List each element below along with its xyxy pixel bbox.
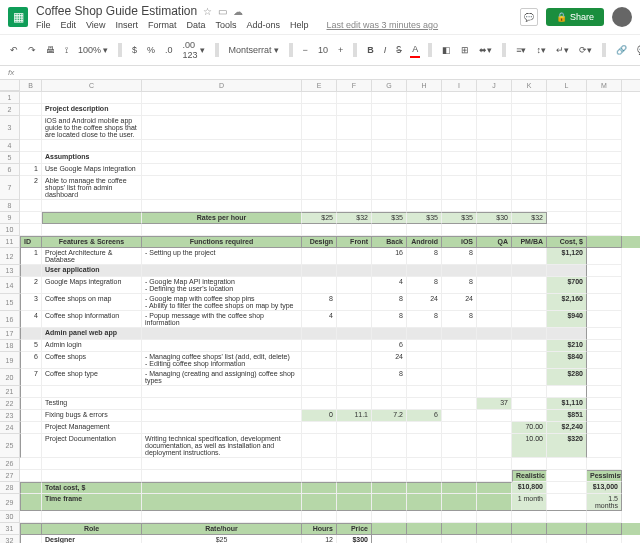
cell[interactable] — [42, 224, 142, 236]
menu-edit[interactable]: Edit — [61, 20, 77, 30]
cell[interactable] — [20, 140, 42, 152]
cell[interactable] — [302, 248, 337, 265]
cell[interactable] — [142, 116, 302, 140]
cell[interactable] — [547, 224, 587, 236]
cell[interactable] — [142, 470, 302, 482]
cell[interactable] — [547, 494, 587, 511]
cell[interactable] — [337, 494, 372, 511]
cell[interactable] — [547, 92, 587, 104]
percent-icon[interactable]: % — [145, 43, 157, 57]
row-header[interactable]: 11 — [0, 236, 20, 248]
cell[interactable] — [372, 523, 407, 535]
cell[interactable] — [407, 535, 442, 543]
cell[interactable]: 3 — [20, 294, 42, 311]
cell[interactable]: 10.00 — [512, 434, 547, 458]
cell[interactable] — [547, 523, 587, 535]
cell[interactable] — [442, 265, 477, 277]
cell[interactable]: Testing — [42, 398, 142, 410]
cell[interactable]: Writing technical specification, develop… — [142, 434, 302, 458]
col-header[interactable]: J — [477, 80, 512, 91]
row-header[interactable]: 23 — [0, 410, 20, 422]
cell[interactable]: 11.1 — [337, 410, 372, 422]
row-header[interactable]: 30 — [0, 511, 20, 523]
cell[interactable]: 7 — [20, 369, 42, 386]
cell[interactable] — [372, 494, 407, 511]
cell[interactable]: 4 — [20, 311, 42, 328]
cell[interactable]: 4 — [302, 311, 337, 328]
cell[interactable] — [477, 482, 512, 494]
cell[interactable] — [372, 511, 407, 523]
cell[interactable] — [302, 92, 337, 104]
cell[interactable] — [302, 352, 337, 369]
cell[interactable]: 8 — [372, 294, 407, 311]
cell[interactable] — [407, 200, 442, 212]
cell[interactable] — [142, 224, 302, 236]
row-header[interactable]: 9 — [0, 212, 20, 224]
cell[interactable] — [587, 265, 622, 277]
row-header[interactable]: 15 — [0, 294, 20, 311]
borders-icon[interactable]: ⊞ — [459, 43, 471, 57]
cell[interactable] — [20, 152, 42, 164]
cell[interactable] — [512, 410, 547, 422]
cell[interactable] — [477, 369, 512, 386]
rotate-icon[interactable]: ⟳▾ — [577, 43, 594, 57]
cell[interactable] — [407, 140, 442, 152]
cell[interactable] — [372, 535, 407, 543]
cell[interactable]: Android — [407, 236, 442, 248]
cell[interactable] — [302, 277, 337, 294]
cell[interactable] — [407, 224, 442, 236]
cell[interactable] — [20, 116, 42, 140]
cell[interactable] — [512, 523, 547, 535]
cell[interactable] — [587, 277, 622, 294]
cell[interactable] — [337, 434, 372, 458]
cell[interactable] — [337, 386, 372, 398]
cell[interactable] — [407, 164, 442, 176]
move-icon[interactable]: ▭ — [218, 6, 227, 17]
cell[interactable] — [372, 265, 407, 277]
cell[interactable] — [142, 422, 302, 434]
cell[interactable] — [407, 369, 442, 386]
cell[interactable] — [407, 523, 442, 535]
cell[interactable] — [547, 265, 587, 277]
cell[interactable] — [477, 248, 512, 265]
cell[interactable] — [337, 164, 372, 176]
cell[interactable] — [407, 116, 442, 140]
spreadsheet-grid[interactable]: B C D E F G H I J K L M 12Project descri… — [0, 80, 640, 543]
cell[interactable] — [337, 328, 372, 340]
row-header[interactable]: 17 — [0, 328, 20, 340]
cell[interactable] — [587, 212, 622, 224]
cell[interactable] — [407, 328, 442, 340]
col-header[interactable]: C — [42, 80, 142, 91]
star-icon[interactable]: ☆ — [203, 6, 212, 17]
cell[interactable] — [587, 104, 622, 116]
cell[interactable] — [42, 386, 142, 398]
cell[interactable] — [442, 140, 477, 152]
cell[interactable] — [142, 482, 302, 494]
cell[interactable] — [302, 494, 337, 511]
cell[interactable] — [512, 277, 547, 294]
cell[interactable]: Project description — [42, 104, 142, 116]
cell[interactable]: Project Management — [42, 422, 142, 434]
select-all[interactable] — [0, 80, 20, 91]
cell[interactable] — [20, 422, 42, 434]
cell[interactable] — [302, 116, 337, 140]
cell[interactable]: Admin login — [42, 340, 142, 352]
cell[interactable] — [142, 176, 302, 200]
cell[interactable]: Front — [337, 236, 372, 248]
row-header[interactable]: 18 — [0, 340, 20, 352]
cell[interactable] — [587, 224, 622, 236]
cell[interactable] — [372, 328, 407, 340]
cell[interactable] — [337, 176, 372, 200]
cell[interactable] — [407, 458, 442, 470]
cell[interactable] — [587, 511, 622, 523]
row-header[interactable]: 27 — [0, 470, 20, 482]
cell[interactable] — [587, 116, 622, 140]
cell[interactable] — [477, 104, 512, 116]
cell[interactable]: $940 — [547, 311, 587, 328]
cell[interactable] — [477, 434, 512, 458]
cell[interactable] — [442, 200, 477, 212]
cell[interactable]: $2,240 — [547, 422, 587, 434]
cell[interactable] — [442, 458, 477, 470]
cell[interactable] — [302, 422, 337, 434]
cell[interactable] — [142, 328, 302, 340]
